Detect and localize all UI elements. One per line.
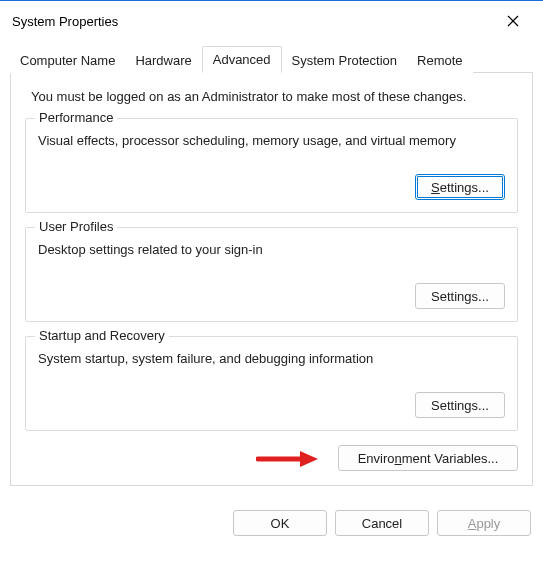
titlebar: System Properties: [0, 0, 543, 39]
environment-variables-button[interactable]: Environment Variables...: [338, 445, 518, 471]
group-user-profiles-legend: User Profiles: [35, 219, 117, 234]
performance-settings-button[interactable]: Settings...: [415, 174, 505, 200]
dialog-body: Computer Name Hardware Advanced System P…: [0, 39, 543, 496]
group-startup-recovery: Startup and Recovery System startup, sys…: [25, 336, 518, 431]
window-title: System Properties: [12, 14, 118, 29]
group-startup-recovery-desc: System startup, system failure, and debu…: [38, 351, 505, 366]
close-button[interactable]: [493, 7, 533, 35]
group-user-profiles-desc: Desktop settings related to your sign-in: [38, 242, 505, 257]
cancel-button[interactable]: Cancel: [335, 510, 429, 536]
tab-system-protection[interactable]: System Protection: [282, 48, 408, 73]
group-performance-legend: Performance: [35, 110, 117, 125]
user-profiles-settings-button[interactable]: Settings...: [415, 283, 505, 309]
group-performance-desc: Visual effects, processor scheduling, me…: [38, 133, 505, 148]
dialog-footer: OK Cancel Apply: [0, 496, 543, 546]
tab-hardware[interactable]: Hardware: [125, 48, 201, 73]
tabstrip: Computer Name Hardware Advanced System P…: [10, 45, 533, 72]
admin-notice: You must be logged on as an Administrato…: [31, 89, 518, 104]
group-performance: Performance Visual effects, processor sc…: [25, 118, 518, 213]
svg-marker-3: [300, 451, 318, 467]
tab-computer-name[interactable]: Computer Name: [10, 48, 125, 73]
arrow-icon: [256, 449, 318, 469]
group-startup-recovery-legend: Startup and Recovery: [35, 328, 169, 343]
startup-recovery-settings-button[interactable]: Settings...: [415, 392, 505, 418]
apply-button[interactable]: Apply: [437, 510, 531, 536]
arrow-annotation: [256, 449, 318, 472]
tab-remote[interactable]: Remote: [407, 48, 473, 73]
close-icon: [507, 15, 519, 27]
environment-variables-row: Environment Variables...: [25, 445, 518, 471]
tab-page-advanced: You must be logged on as an Administrato…: [10, 72, 533, 486]
tab-advanced[interactable]: Advanced: [202, 46, 282, 73]
ok-button[interactable]: OK: [233, 510, 327, 536]
group-user-profiles: User Profiles Desktop settings related t…: [25, 227, 518, 322]
